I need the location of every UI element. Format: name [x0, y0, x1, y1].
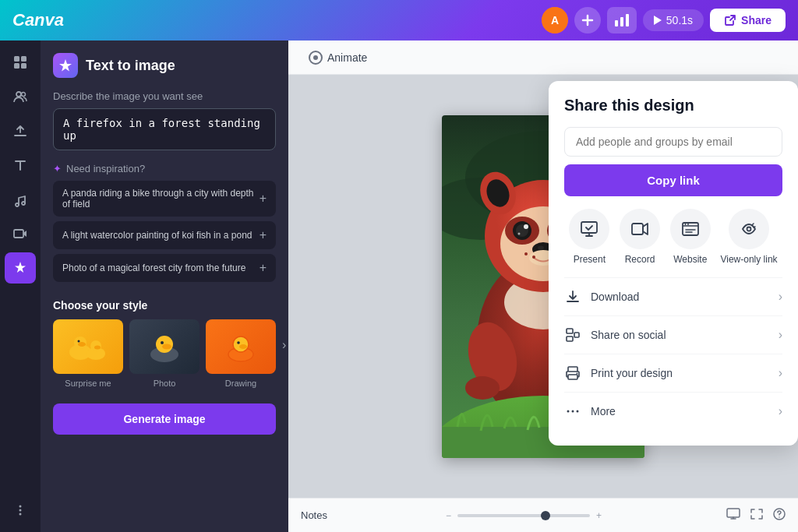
- inspiration-item-1[interactable]: A light watercolor painting of koi fish …: [53, 221, 276, 249]
- avatar[interactable]: A: [542, 7, 568, 33]
- share-social-menu-item[interactable]: Share on social ›: [564, 315, 782, 354]
- add-button[interactable]: [574, 7, 601, 33]
- describe-label: Describe the image you want see: [53, 90, 276, 102]
- svg-point-21: [78, 342, 86, 347]
- present-icon: [569, 209, 609, 249]
- svg-point-76: [684, 224, 686, 225]
- style-label: Choose your style: [53, 299, 276, 312]
- notes-label: Notes: [301, 509, 327, 521]
- svg-point-29: [161, 341, 164, 344]
- zoom-plus[interactable]: +: [596, 510, 602, 521]
- svg-text:A: A: [551, 14, 559, 26]
- svg-point-57: [524, 224, 528, 229]
- plus-icon-0: +: [260, 192, 267, 206]
- sidebar-item-more[interactable]: [5, 495, 36, 526]
- svg-rect-4: [615, 20, 618, 26]
- share-icon: [724, 14, 736, 26]
- svg-point-65: [532, 255, 535, 259]
- record-option[interactable]: Record: [620, 209, 660, 265]
- download-menu-item[interactable]: Download ›: [564, 277, 782, 315]
- style-thumb-drawing: [206, 319, 276, 374]
- print-icon: [564, 365, 581, 382]
- animate-icon: [309, 51, 323, 65]
- svg-point-31: [233, 336, 249, 352]
- svg-point-77: [687, 224, 689, 225]
- svg-point-11: [16, 92, 21, 97]
- timer-display[interactable]: 50.1s: [643, 9, 704, 31]
- copy-link-button[interactable]: Copy link: [564, 164, 782, 196]
- describe-section: Describe the image you want see A firefo…: [41, 84, 288, 160]
- monitor-icon[interactable]: [726, 508, 740, 523]
- print-label: Print your design: [591, 367, 673, 379]
- plus-icon-1: +: [260, 228, 267, 242]
- canva-logo: Canva: [12, 10, 64, 30]
- view-only-option[interactable]: View-only link: [720, 209, 777, 265]
- expand-icon[interactable]: [750, 508, 764, 523]
- share-social-chevron: ›: [779, 328, 782, 342]
- analytics-button[interactable]: [607, 7, 637, 33]
- style-photo[interactable]: Photo: [129, 319, 200, 388]
- style-section: Choose your style: [41, 293, 288, 394]
- svg-rect-70: [727, 509, 740, 517]
- style-surprise[interactable]: Surprise me: [53, 319, 123, 388]
- view-only-label: View-only link: [720, 254, 777, 265]
- share-title: Share this design: [564, 97, 782, 115]
- sidebar-item-ai[interactable]: [5, 252, 36, 284]
- svg-point-78: [747, 227, 751, 231]
- svg-point-42: [465, 376, 500, 400]
- help-icon[interactable]: [773, 508, 786, 523]
- zoom-handle[interactable]: [541, 511, 550, 520]
- website-label: Website: [673, 254, 707, 265]
- inspiration-section: ✦ Need inspiration? A panda riding a bik…: [41, 160, 288, 293]
- svg-rect-82: [568, 367, 577, 372]
- svg-point-18: [19, 513, 22, 516]
- inspiration-item-0[interactable]: A panda riding a bike through a city wit…: [53, 181, 276, 217]
- more-chevron: ›: [779, 404, 782, 418]
- sidebar-item-video[interactable]: [5, 218, 36, 249]
- style-thumb-photo: [129, 319, 200, 374]
- svg-rect-83: [568, 375, 577, 379]
- style-name-surprise: Surprise me: [65, 379, 111, 388]
- sidebar-item-grid[interactable]: [5, 47, 36, 78]
- svg-point-32: [239, 344, 247, 349]
- svg-point-86: [572, 410, 574, 413]
- animate-button[interactable]: Animate: [301, 46, 375, 69]
- icon-sidebar: [0, 41, 41, 532]
- panel-header: Text to image: [41, 41, 288, 84]
- topnav: Canva A 50.1s Share: [0, 0, 798, 41]
- sidebar-item-people[interactable]: [5, 81, 36, 112]
- print-menu-item[interactable]: Print your design ›: [564, 354, 782, 392]
- share-button[interactable]: Share: [710, 9, 786, 32]
- record-icon: [620, 209, 660, 249]
- svg-rect-79: [567, 329, 573, 333]
- more-label: More: [591, 405, 616, 417]
- describe-input[interactable]: A firefox in a forest standing up: [53, 108, 276, 150]
- left-panel: Text to image Describe the image you wan…: [41, 41, 288, 532]
- style-drawing[interactable]: Drawing: [206, 319, 276, 388]
- share-social-label: Share on social: [591, 329, 666, 341]
- share-dropdown: Share this design Copy link Present Reco…: [549, 81, 798, 446]
- sidebar-item-music[interactable]: [5, 184, 36, 215]
- sidebar-item-upload[interactable]: [5, 115, 36, 146]
- svg-rect-9: [14, 63, 19, 69]
- present-option[interactable]: Present: [569, 209, 609, 265]
- svg-point-17: [19, 509, 22, 512]
- style-arrow[interactable]: ›: [282, 319, 286, 352]
- svg-point-64: [524, 252, 528, 255]
- view-only-icon: [729, 209, 769, 249]
- share-icons-row: Present Record Website: [564, 209, 782, 265]
- email-input[interactable]: [564, 127, 782, 157]
- plus-icon-2: +: [260, 261, 267, 275]
- sidebar-item-text[interactable]: [5, 150, 36, 181]
- svg-point-16: [19, 506, 22, 508]
- share-social-icon: [564, 326, 581, 344]
- inspiration-item-2[interactable]: Photo of a magical forest city from the …: [53, 254, 276, 282]
- present-label: Present: [574, 254, 606, 265]
- zoom-minus[interactable]: −: [446, 510, 451, 521]
- more-icon: [564, 403, 581, 420]
- svg-rect-8: [21, 56, 26, 62]
- svg-point-87: [577, 410, 579, 413]
- generate-button[interactable]: Generate image: [53, 403, 276, 435]
- website-option[interactable]: Website: [670, 209, 711, 265]
- more-menu-item[interactable]: More ›: [564, 392, 782, 430]
